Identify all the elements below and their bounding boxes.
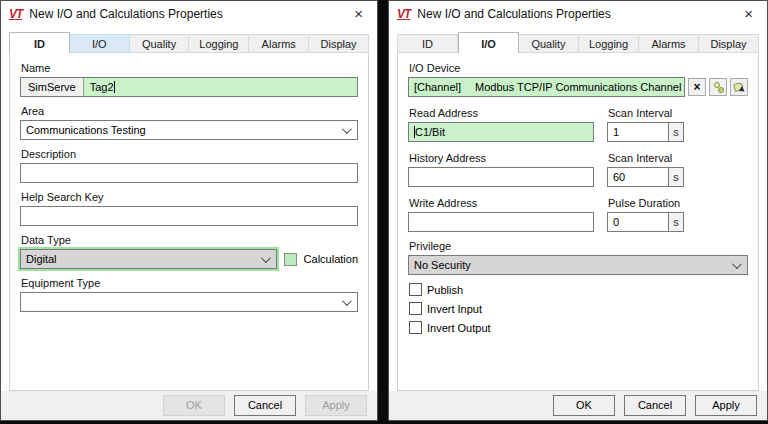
pulse-duration-label: Pulse Duration <box>608 197 699 209</box>
tab-strip: ID I/O Quality Logging Alarms Display <box>1 27 377 53</box>
tab-display[interactable]: Display <box>699 34 759 53</box>
equipment-type-label: Equipment Type <box>21 277 358 289</box>
tab-io[interactable]: I/O <box>70 34 130 53</box>
tag-browser-button[interactable] <box>709 78 727 96</box>
tab-id[interactable]: ID <box>397 34 458 53</box>
scan-interval-label: Scan Interval <box>608 107 699 119</box>
title-bar[interactable]: VT New I/O and Calculations Properties × <box>1 1 377 27</box>
tag-select-button[interactable] <box>730 78 748 96</box>
scan-interval-control: 60 s <box>607 167 699 187</box>
tab-logging[interactable]: Logging <box>579 34 639 53</box>
privilege-label: Privilege <box>409 240 748 252</box>
history-address-label: History Address <box>409 152 594 164</box>
scan-interval-unit: s <box>669 122 684 142</box>
dialog-footer: OK Cancel Apply <box>1 391 377 420</box>
invert-input-label: Invert Input <box>427 303 482 315</box>
tag-select-cursor-icon <box>739 86 747 94</box>
apply-button[interactable]: Apply <box>695 395 757 416</box>
area-combobox[interactable]: Communications Testing <box>20 120 358 140</box>
ok-button[interactable]: OK <box>553 395 615 416</box>
text-caret <box>114 81 115 93</box>
pulse-duration-value: 0 <box>613 216 619 228</box>
tag-hierarchy-icon <box>718 87 724 93</box>
scan-interval-unit: s <box>669 167 684 187</box>
read-address-value: C1/Bit <box>415 126 445 138</box>
tab-id[interactable]: ID <box>9 32 70 53</box>
description-label: Description <box>21 148 358 160</box>
data-type-value: Digital <box>26 253 261 265</box>
privilege-combobox[interactable]: No Security <box>408 255 748 275</box>
write-address-input[interactable] <box>408 212 594 232</box>
name-label: Name <box>21 62 358 74</box>
publish-label: Publish <box>427 284 463 296</box>
read-address-label: Read Address <box>409 107 594 119</box>
io-tab-panel: I/O Device [Channel] Modbus TCP/IP Commu… <box>397 52 759 391</box>
write-address-label: Write Address <box>409 197 594 209</box>
name-field[interactable]: SimServe Tag2 <box>20 77 358 97</box>
vtscada-logo-icon: VT <box>9 7 22 21</box>
publish-checkbox[interactable] <box>409 283 422 296</box>
invert-output-label: Invert Output <box>427 322 491 334</box>
help-search-key-label: Help Search Key <box>21 191 358 203</box>
cancel-button[interactable]: Cancel <box>234 395 296 416</box>
pulse-duration-control: 0 s <box>607 212 699 232</box>
tab-alarms[interactable]: Alarms <box>639 34 699 53</box>
dialog-title: New I/O and Calculations Properties <box>29 7 348 21</box>
calculation-label: Calculation <box>304 253 358 265</box>
apply-button[interactable]: Apply <box>305 395 367 416</box>
scan-interval-control: 1 s <box>607 122 699 142</box>
name-value-text: Tag2 <box>90 81 114 93</box>
invert-output-checkbox[interactable] <box>409 321 422 334</box>
tab-alarms[interactable]: Alarms <box>249 34 309 53</box>
history-address-input[interactable] <box>408 167 594 187</box>
pulse-duration-input[interactable]: 0 <box>607 212 669 232</box>
vtscada-logo-icon: VT <box>397 7 410 21</box>
title-bar[interactable]: VT New I/O and Calculations Properties × <box>389 1 767 27</box>
ok-button[interactable]: OK <box>163 395 225 416</box>
description-input[interactable] <box>20 163 358 183</box>
chevron-down-icon <box>732 259 742 269</box>
properties-dialog-id-tab: VT New I/O and Calculations Properties ×… <box>0 0 378 421</box>
area-value: Communications Testing <box>26 124 342 136</box>
properties-dialog-io-tab: VT New I/O and Calculations Properties ×… <box>388 0 768 421</box>
scan-interval-input[interactable]: 60 <box>607 167 669 187</box>
invert-input-checkbox[interactable] <box>409 302 422 315</box>
dialog-title: New I/O and Calculations Properties <box>417 7 738 21</box>
data-type-combobox[interactable]: Digital <box>20 249 277 269</box>
io-device-field[interactable]: [Channel] Modbus TCP/IP Communications C… <box>408 77 685 97</box>
io-device-label: I/O Device <box>409 62 748 74</box>
equipment-type-combobox[interactable] <box>20 292 358 312</box>
data-type-label: Data Type <box>21 234 358 246</box>
area-label: Area <box>21 105 358 117</box>
pulse-duration-unit: s <box>669 212 684 232</box>
scan-interval-value: 1 <box>613 126 619 138</box>
io-device-channel-type: [Channel] <box>414 81 461 93</box>
tab-quality[interactable]: Quality <box>130 34 190 53</box>
close-icon[interactable]: × <box>348 3 369 25</box>
chevron-down-icon <box>342 296 352 306</box>
dialog-footer: OK Cancel Apply <box>389 391 767 420</box>
help-search-key-input[interactable] <box>20 206 358 226</box>
name-prefix-segment[interactable]: SimServe <box>21 78 84 96</box>
tab-io[interactable]: I/O <box>458 32 519 53</box>
name-input[interactable]: Tag2 <box>84 78 357 96</box>
cancel-button[interactable]: Cancel <box>624 395 686 416</box>
clear-x-icon: × <box>693 81 700 93</box>
scan-interval-label: Scan Interval <box>608 152 699 164</box>
tab-display[interactable]: Display <box>309 34 369 53</box>
tab-strip: ID I/O Quality Logging Alarms Display <box>389 27 767 53</box>
close-icon[interactable]: × <box>738 3 759 25</box>
tab-quality[interactable]: Quality <box>519 34 579 53</box>
io-device-clear-button[interactable]: × <box>688 78 706 96</box>
scan-interval-input[interactable]: 1 <box>607 122 669 142</box>
tab-logging[interactable]: Logging <box>189 34 249 53</box>
read-address-input[interactable]: C1/Bit <box>408 122 594 142</box>
chevron-down-icon <box>261 253 271 263</box>
privilege-value: No Security <box>414 259 732 271</box>
chevron-down-icon <box>342 124 352 134</box>
io-device-value: Modbus TCP/IP Communications Channel <box>475 81 681 93</box>
calculation-checkbox[interactable] <box>284 253 297 266</box>
id-tab-panel: Name SimServe Tag2 Area Communications T… <box>9 52 369 391</box>
scan-interval-value: 60 <box>613 171 625 183</box>
